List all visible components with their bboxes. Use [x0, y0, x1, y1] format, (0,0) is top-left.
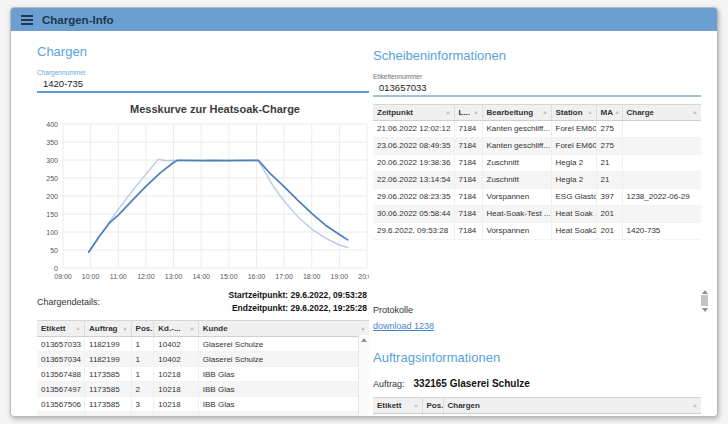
table-cell: 10218 — [154, 397, 198, 412]
svg-text:Messkurve zur Heatsoak-Charge: Messkurve zur Heatsoak-Charge — [130, 103, 300, 115]
column-header[interactable]: Station — [551, 104, 596, 120]
table-cell: 1182199 — [85, 352, 132, 367]
column-header[interactable]: Etikett — [373, 397, 422, 413]
table-row[interactable]: 23.06.2022 08:49:357184Kanten geschliff.… — [373, 137, 701, 154]
table-row[interactable]: 0135675151173585410218IBB Glas — [37, 412, 369, 418]
sort-ascending-icon[interactable] — [615, 111, 619, 114]
column-header-label: Bearbeitung — [487, 108, 534, 117]
column-header[interactable]: Etikett — [37, 321, 85, 337]
table-row[interactable]: 29.6.2022, 09:53:287184VorspannenHeat So… — [373, 222, 701, 239]
table-cell: Zuschnitt — [482, 154, 551, 171]
sort-ascending-icon[interactable] — [693, 404, 697, 407]
column-header[interactable]: Zeitpunkt — [373, 104, 454, 120]
column-header[interactable]: Charge — [622, 104, 701, 120]
column-header-label: Zeitpunkt — [377, 108, 413, 117]
table-cell: 201 — [596, 222, 622, 239]
table-cell: 013567497 — [37, 382, 85, 397]
table-cell: 013567488 — [37, 367, 85, 382]
table-row[interactable]: 0135675061173585310218IBB Glas — [37, 397, 369, 412]
table-cell: 21.06.2022 12:02:12 — [373, 120, 454, 137]
menu-icon[interactable] — [21, 15, 33, 25]
svg-text:12:00: 12:00 — [137, 273, 155, 280]
auftragsinformationen-heading: Auftragsinformationen — [373, 350, 701, 365]
column-header-label: Kunde — [203, 324, 228, 333]
table-cell: Glaserei Schulze — [198, 352, 369, 367]
scroll-down-icon[interactable] — [702, 308, 708, 312]
download-link[interactable]: download 1238 — [373, 321, 434, 331]
chargennummer-underline — [37, 91, 369, 93]
column-header-label: L... — [459, 108, 471, 117]
table-cell: 20.06.2022 19:38:36 — [373, 154, 454, 171]
table-row[interactable]: 013657033...1 — [373, 413, 701, 417]
table-row[interactable]: 22.06.2022 13:14:547184ZuschnittHegla 22… — [373, 171, 701, 188]
sort-ascending-icon[interactable] — [543, 111, 547, 114]
sort-ascending-icon[interactable] — [588, 111, 592, 114]
table-row[interactable]: 29.06.2022 08:23:357184VorspannenESG Gla… — [373, 188, 701, 205]
table-cell: 7184 — [454, 205, 482, 222]
svg-text:350: 350 — [46, 139, 58, 146]
table-row[interactable]: 0135674971173585210218IBB Glas — [37, 382, 369, 397]
table-row[interactable]: 0136570341182199110402Glaserei Schulze — [37, 352, 369, 367]
sort-ascending-icon[interactable] — [123, 327, 127, 330]
table-row[interactable]: 0136570331182199110402Glaserei Schulze — [37, 337, 369, 352]
table-row[interactable]: 30.06.2022 05:58:447184Heat-Soak-Test ..… — [373, 205, 701, 222]
sort-ascending-icon[interactable] — [474, 111, 478, 114]
column-header[interactable]: MA — [596, 104, 622, 120]
data-table: EtikettAuftragPos.Kd.-...Kunde0136570331… — [37, 320, 369, 417]
table-row[interactable]: 0135674881173585110218IBB Glas — [37, 367, 369, 382]
table-cell: 013657033... — [373, 413, 422, 417]
chargennummer-label: Chargennummer — [37, 69, 369, 77]
column-header[interactable]: Auftrag — [85, 321, 132, 337]
table-row[interactable]: 20.06.2022 19:38:367184ZuschnittHegla 22… — [373, 154, 701, 171]
svg-text:19:00: 19:00 — [331, 273, 349, 280]
sort-ascending-icon[interactable] — [361, 327, 365, 330]
table-cell: Kanten geschliff... — [482, 137, 551, 154]
column-header[interactable]: Kunde — [198, 321, 369, 337]
table-cell: 1173585 — [85, 382, 132, 397]
sort-ascending-icon[interactable] — [76, 327, 80, 330]
scroll-up-icon[interactable] — [702, 290, 708, 294]
svg-text:09:00: 09:00 — [54, 273, 72, 280]
table-row[interactable]: 21.06.2022 12:02:127184Kanten geschliff.… — [373, 120, 701, 137]
sort-ascending-icon[interactable] — [190, 327, 194, 330]
table-cell: 4 — [131, 412, 154, 418]
column-header[interactable]: Pos. — [131, 321, 154, 337]
column-header-label: Pos. — [427, 401, 444, 410]
column-header[interactable]: Pos. — [422, 397, 443, 413]
scrollbar-thumb[interactable] — [701, 295, 708, 306]
table-cell: 22.06.2022 13:14:54 — [373, 171, 454, 188]
table-cell: Vorspannen — [482, 188, 551, 205]
column-header[interactable]: Kd.-... — [154, 321, 198, 337]
endzeitpunkt-text: Endzeitpunkt: 29.6.2022, 19:25:28 — [229, 302, 367, 315]
table-cell: 29.6.2022, 09:53:28 — [373, 222, 454, 239]
sort-ascending-icon[interactable] — [693, 111, 697, 114]
chargendetails-header: Chargendetails: Startzeitpunkt: 29.6.202… — [37, 289, 369, 315]
right-panel-scrollbar[interactable] — [700, 287, 709, 314]
data-table: EtikettPos.Chargen013657033...1 01365703… — [373, 397, 701, 418]
table-cell: ESG Glaston — [551, 188, 596, 205]
svg-text:100: 100 — [46, 229, 58, 236]
scroll-up-icon[interactable] — [361, 338, 367, 342]
column-header[interactable]: L... — [454, 104, 482, 120]
etikettennummer-input[interactable]: 013657033 — [373, 81, 701, 95]
column-header[interactable]: Bearbeitung — [482, 104, 551, 120]
table-cell — [622, 154, 701, 171]
table-cell: 2 — [131, 382, 154, 397]
table-cell: 1 — [131, 352, 154, 367]
auftrag-table: EtikettPos.Chargen013657033...1 01365703… — [373, 397, 701, 418]
svg-text:13:00: 13:00 — [165, 273, 183, 280]
svg-text:400: 400 — [46, 121, 58, 128]
chargendetails-label: Chargendetails: — [37, 297, 100, 307]
chart-svg: Messkurve zur Heatsoak-Charge05010015020… — [37, 100, 369, 285]
sort-ascending-icon[interactable] — [414, 404, 418, 407]
left-table-scrollbar[interactable] — [358, 335, 369, 417]
sort-ascending-icon[interactable] — [446, 111, 450, 114]
chargendetails-table: EtikettAuftragPos.Kd.-...Kunde0136570331… — [37, 320, 369, 417]
table-cell — [622, 205, 701, 222]
column-header[interactable]: Chargen — [443, 397, 701, 413]
chargennummer-input[interactable]: 1420-735 — [37, 77, 369, 91]
svg-text:15:00: 15:00 — [220, 273, 238, 280]
table-cell: 275 — [596, 137, 622, 154]
heatsoak-chart: Messkurve zur Heatsoak-Charge05010015020… — [37, 100, 369, 285]
charge-times: Startzeitpunkt: 29.6.2022, 09:53:28 Endz… — [229, 289, 369, 315]
